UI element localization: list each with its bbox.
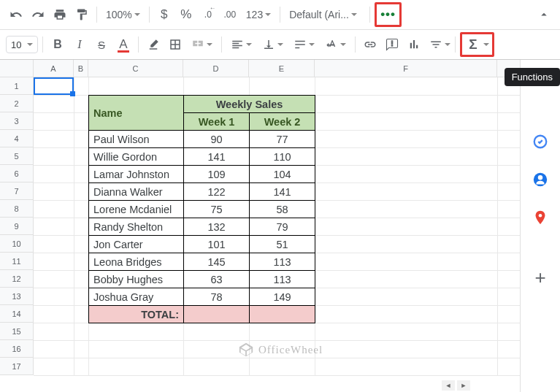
scroll-right-button[interactable]: ► — [457, 380, 470, 391]
cell-week1[interactable]: 132 — [184, 218, 250, 236]
bold-button[interactable]: B — [47, 35, 68, 54]
cell-week1[interactable]: 101 — [184, 236, 250, 253]
italic-button[interactable]: I — [69, 35, 90, 54]
text-wrap-dropdown[interactable] — [289, 35, 319, 54]
select-all-corner[interactable] — [0, 60, 34, 77]
filter-button[interactable] — [426, 35, 446, 54]
cell-week2[interactable]: 51 — [250, 236, 315, 253]
cell-name[interactable]: Bobby Hughes — [89, 271, 184, 288]
insert-link-button[interactable] — [360, 35, 380, 54]
redo-button[interactable] — [28, 5, 48, 24]
undo-button[interactable] — [6, 5, 26, 24]
contacts-icon[interactable] — [532, 171, 549, 188]
row-header[interactable]: 5 — [0, 147, 33, 165]
format-number-dropdown[interactable]: 123 — [242, 5, 275, 24]
cell-name[interactable]: Randy Shelton — [89, 218, 184, 236]
cells-area[interactable]: NameWeekly Sales Week 1Week 2 Paul Wilso… — [34, 77, 520, 375]
column-header[interactable]: C — [88, 60, 183, 77]
cell-week2[interactable]: 110 — [250, 148, 315, 166]
cell-name[interactable]: Paul Wilson — [89, 131, 184, 148]
strikethrough-button[interactable]: S — [91, 35, 112, 54]
cell-week2[interactable]: 113 — [250, 271, 315, 288]
column-header[interactable]: D — [183, 60, 249, 77]
print-button[interactable] — [50, 5, 70, 24]
row-header[interactable]: 10 — [0, 235, 33, 253]
borders-button[interactable] — [165, 35, 185, 54]
add-panel-button[interactable]: + — [532, 269, 549, 286]
scroll-left-button[interactable]: ◄ — [442, 380, 455, 391]
currency-button[interactable]: $ — [154, 5, 174, 24]
cell-week2[interactable]: 58 — [250, 201, 315, 218]
cell-week1[interactable]: 63 — [184, 271, 250, 288]
insert-chart-button[interactable] — [404, 35, 424, 54]
row-header[interactable]: 12 — [0, 270, 33, 288]
row-header[interactable]: 15 — [0, 323, 33, 340]
column-header[interactable]: E — [249, 60, 315, 77]
row-header[interactable]: 11 — [0, 253, 33, 270]
row-header[interactable]: 3 — [0, 112, 33, 130]
cell-week1[interactable]: 78 — [184, 288, 250, 306]
row-header[interactable]: 13 — [0, 288, 33, 305]
keep-icon[interactable] — [532, 133, 549, 150]
decrease-decimal-button[interactable]: .0← — [198, 5, 218, 24]
cell-week2[interactable]: 77 — [250, 131, 315, 148]
cell-week1[interactable]: 145 — [184, 253, 250, 271]
row-header[interactable]: 7 — [0, 182, 33, 200]
more-toolbar-highlight: ••• — [375, 2, 402, 27]
cell-week2[interactable]: 79 — [250, 218, 315, 236]
insert-comment-button[interactable] — [382, 35, 402, 54]
row-header[interactable]: 8 — [0, 200, 33, 218]
svg-point-6 — [539, 214, 542, 218]
paint-format-button[interactable] — [72, 5, 92, 24]
text-rotation-dropdown[interactable] — [321, 35, 350, 54]
merge-cells-dropdown[interactable] — [187, 35, 217, 54]
row-header[interactable]: 16 — [0, 340, 33, 358]
cell-name[interactable]: Lamar Johnston — [89, 166, 184, 183]
collapse-toolbar-button[interactable] — [534, 5, 554, 24]
cell-name[interactable]: Joshua Gray — [89, 288, 184, 306]
cell-week1[interactable]: 75 — [184, 201, 250, 218]
spreadsheet-area[interactable]: ABCDEF 1234567891011121314151617 NameWee… — [0, 60, 520, 392]
cell-name[interactable]: Lorene Mcdaniel — [89, 201, 184, 218]
font-family-dropdown[interactable]: Default (Ari... — [285, 5, 365, 24]
text-color-button[interactable]: A — [113, 35, 134, 54]
cell-week2[interactable]: 113 — [250, 253, 315, 271]
zoom-dropdown[interactable]: 100% — [101, 5, 145, 24]
functions-tooltip: Functions — [505, 68, 560, 86]
increase-decimal-button[interactable]: .00 — [220, 5, 240, 24]
column-header[interactable]: F — [315, 60, 497, 77]
cell-week1[interactable]: 109 — [184, 166, 250, 183]
row-header[interactable]: 9 — [0, 218, 33, 235]
cell-week1[interactable]: 90 — [184, 131, 250, 148]
cell-week2[interactable]: 149 — [250, 288, 315, 306]
row-header[interactable]: 1 — [0, 77, 33, 95]
row-header[interactable]: 14 — [0, 305, 33, 323]
cell-week1[interactable]: 122 — [184, 183, 250, 201]
percent-button[interactable]: % — [176, 5, 196, 24]
cell-name[interactable]: Jon Carter — [89, 236, 184, 253]
row-header[interactable]: 2 — [0, 95, 33, 112]
cell-week2[interactable]: 141 — [250, 183, 315, 201]
row-header[interactable]: 6 — [0, 165, 33, 182]
cell-name[interactable]: Willie Gordon — [89, 148, 184, 166]
fill-handle[interactable] — [70, 91, 75, 96]
caret-down-icon — [134, 13, 140, 16]
column-header[interactable]: B — [74, 60, 88, 77]
functions-button[interactable]: Σ — [463, 35, 483, 54]
cell-week2[interactable]: 104 — [250, 166, 315, 183]
caret-down-icon — [351, 13, 357, 16]
row-header[interactable]: 4 — [0, 130, 33, 147]
cell-name[interactable]: Dianna Walker — [89, 183, 184, 201]
horizontal-scroll[interactable]: ◄ ► — [442, 380, 475, 391]
row-header[interactable]: 17 — [0, 358, 33, 375]
fill-color-button[interactable] — [143, 35, 164, 54]
cell-name[interactable]: Leona Bridges — [89, 253, 184, 271]
caret-down-icon — [483, 43, 489, 46]
vertical-align-dropdown[interactable] — [258, 35, 288, 54]
font-size-input[interactable]: 10 — [6, 36, 38, 53]
more-toolbar-button[interactable]: ••• — [377, 5, 399, 24]
cell-week1[interactable]: 141 — [184, 148, 250, 166]
horizontal-align-dropdown[interactable] — [226, 35, 256, 54]
maps-icon[interactable] — [532, 209, 549, 226]
column-header[interactable]: A — [34, 60, 74, 77]
